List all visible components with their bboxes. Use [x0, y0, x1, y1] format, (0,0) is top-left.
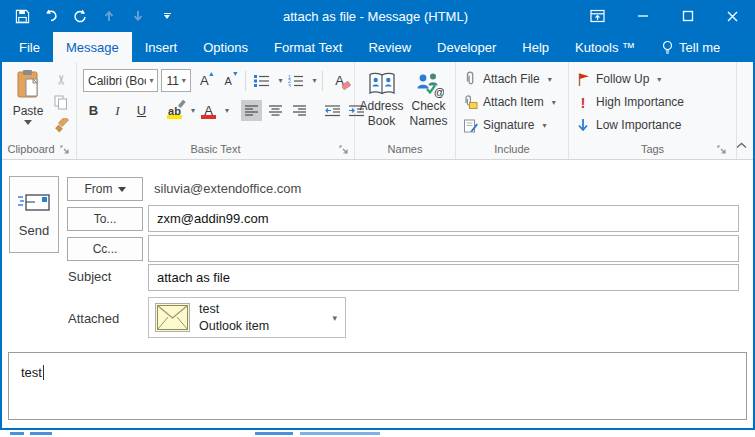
- basic-text-dialog-launcher-icon[interactable]: [339, 145, 348, 154]
- chevron-down-icon: ▾: [149, 76, 153, 85]
- font-name-value: Calibri (Boc: [88, 74, 146, 88]
- check-names-button[interactable]: @ Check Names: [406, 67, 451, 141]
- undo-icon[interactable]: [42, 7, 60, 25]
- highlight-button[interactable]: ab: [164, 100, 185, 121]
- message-body-text: test: [21, 365, 42, 380]
- attachment-item[interactable]: test Outlook item ▾: [148, 297, 346, 338]
- align-left-icon: [245, 105, 258, 116]
- paste-button[interactable]: Paste: [6, 67, 50, 141]
- paste-icon: [15, 69, 42, 102]
- message-body-editor[interactable]: test: [8, 352, 747, 420]
- cc-button[interactable]: Cc...: [67, 237, 143, 261]
- redo-icon[interactable]: [71, 7, 89, 25]
- from-button[interactable]: From: [67, 177, 143, 201]
- clear-formatting-button[interactable]: A: [329, 70, 350, 91]
- attachment-type: Outlook item: [199, 318, 323, 334]
- chevron-down-icon[interactable]: ▾: [191, 106, 195, 115]
- grow-font-arrow-icon: ▲: [208, 70, 215, 77]
- tab-file[interactable]: File: [6, 32, 53, 62]
- align-center-button[interactable]: [265, 100, 286, 121]
- ribbon-display-options-icon[interactable]: [575, 0, 620, 32]
- send-button[interactable]: Send: [9, 176, 59, 253]
- tab-developer[interactable]: Developer: [424, 32, 509, 62]
- chevron-down-icon: [24, 120, 32, 125]
- shrink-font-button[interactable]: A▼: [218, 70, 239, 91]
- tab-insert[interactable]: Insert: [132, 32, 191, 62]
- tab-format-text[interactable]: Format Text: [261, 32, 355, 62]
- message-compose-window: attach as file - Message (HTML) File Mes…: [0, 0, 755, 437]
- high-importance-label: High Importance: [596, 95, 684, 109]
- align-right-icon: [293, 105, 306, 116]
- font-size-combo[interactable]: 11 ▾: [161, 69, 190, 92]
- attachment-name: test: [199, 301, 323, 317]
- names-group: Address Book @ Check Names Names: [355, 62, 456, 159]
- decrease-indent-button[interactable]: [322, 100, 343, 121]
- tab-help[interactable]: Help: [509, 32, 562, 62]
- grow-font-button[interactable]: A▲: [194, 70, 215, 91]
- attach-item-icon: [462, 95, 478, 110]
- tab-tell-me[interactable]: Tell me: [648, 32, 733, 62]
- subject-input[interactable]: [148, 264, 739, 291]
- window-border: [0, 428, 755, 430]
- to-button[interactable]: To...: [67, 207, 143, 231]
- chevron-down-icon: ▾: [548, 75, 552, 84]
- low-importance-label: Low Importance: [596, 118, 681, 132]
- eraser-icon: [342, 81, 351, 90]
- clipboard-dialog-launcher-icon[interactable]: [60, 145, 69, 154]
- customize-quick-access-icon[interactable]: [158, 7, 176, 25]
- format-painter-icon[interactable]: [52, 116, 70, 134]
- minimize-button[interactable]: [620, 0, 665, 32]
- chevron-down-icon: ▾: [182, 76, 186, 85]
- to-button-label: To...: [94, 212, 117, 226]
- basic-text-group-label: Basic Text: [191, 143, 241, 155]
- attach-file-button[interactable]: Attach File ▾: [462, 69, 556, 89]
- tab-kutools[interactable]: Kutools ™: [562, 32, 648, 62]
- attach-file-label: Attach File: [483, 72, 540, 86]
- cut-icon: ✂: [52, 70, 70, 88]
- tags-dialog-launcher-icon[interactable]: [717, 145, 726, 154]
- compose-header: Send From siluvia@extendoffice.com To...…: [2, 161, 753, 345]
- follow-up-button[interactable]: Follow Up ▾: [575, 69, 684, 89]
- bullets-button[interactable]: [251, 70, 272, 91]
- tab-message[interactable]: Message: [53, 32, 132, 62]
- tab-review[interactable]: Review: [355, 32, 424, 62]
- attach-item-button[interactable]: Attach Item ▾: [462, 92, 556, 112]
- align-right-button[interactable]: [289, 100, 310, 121]
- chevron-down-icon: [118, 187, 126, 192]
- chevron-down-icon[interactable]: ▾: [312, 76, 316, 85]
- shrink-font-arrow-icon: ▼: [232, 70, 239, 77]
- signature-button[interactable]: Signature ▾: [462, 115, 556, 135]
- separator: [322, 71, 323, 91]
- attachment-dropdown-icon[interactable]: ▾: [332, 313, 337, 323]
- cc-input[interactable]: [148, 235, 739, 262]
- next-item-icon: [129, 7, 147, 25]
- maximize-button[interactable]: [665, 0, 710, 32]
- highlight-color-bar: [167, 115, 182, 119]
- save-icon[interactable]: [13, 7, 31, 25]
- chevron-down-icon[interactable]: ▾: [225, 106, 229, 115]
- underline-button[interactable]: U: [131, 100, 152, 121]
- numbering-icon: 123: [288, 74, 303, 87]
- decrease-indent-icon: [325, 105, 340, 117]
- chevron-down-icon[interactable]: ▾: [278, 76, 282, 85]
- ribbon-tabs: File Message Insert Options Format Text …: [0, 32, 755, 62]
- tags-group: Follow Up ▾ ! High Importance Low Import…: [569, 62, 737, 159]
- address-book-label: Address Book: [359, 99, 404, 129]
- address-book-button[interactable]: Address Book: [359, 67, 404, 141]
- low-importance-icon: [575, 118, 591, 132]
- high-importance-button[interactable]: ! High Importance: [575, 92, 684, 112]
- italic-button[interactable]: I: [107, 100, 128, 121]
- tab-options[interactable]: Options: [190, 32, 261, 62]
- font-color-button[interactable]: A: [198, 100, 219, 121]
- tags-group-label: Tags: [641, 143, 664, 155]
- window-border: [0, 0, 2, 430]
- align-left-button[interactable]: [241, 100, 262, 121]
- numbering-button[interactable]: 123: [285, 70, 306, 91]
- low-importance-button[interactable]: Low Importance: [575, 115, 684, 135]
- close-button[interactable]: [710, 0, 755, 32]
- subject-label: Subject: [68, 269, 111, 284]
- bold-button[interactable]: B: [83, 100, 104, 121]
- font-name-combo[interactable]: Calibri (Boc ▾: [83, 69, 158, 92]
- to-input[interactable]: [148, 205, 739, 232]
- collapse-ribbon-icon[interactable]: [736, 135, 747, 153]
